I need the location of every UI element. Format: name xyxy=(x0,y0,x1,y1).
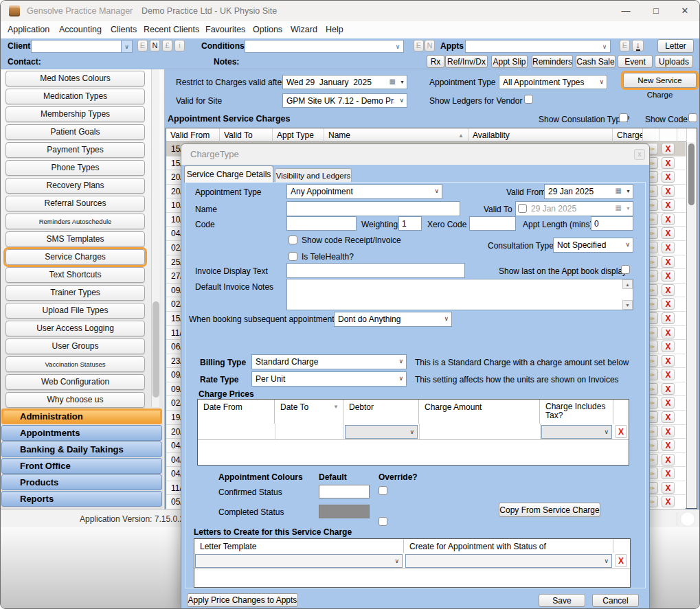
restrict-date-picker[interactable]: Wed 29 January 2025 ▦ ▼ xyxy=(282,75,407,89)
close-icon[interactable]: ✕ xyxy=(673,1,697,21)
column-header-availablity[interactable]: Availablity xyxy=(468,128,613,142)
delete-row-icon[interactable]: X xyxy=(662,468,675,479)
delete-row-icon[interactable]: X xyxy=(662,355,675,367)
table-scrollbar[interactable] xyxy=(686,142,695,508)
copy-from-service-charge-button[interactable]: Copy From Service Charge xyxy=(499,503,600,517)
appts-e-button[interactable]: E xyxy=(620,40,630,51)
download-icon[interactable]: ↓ xyxy=(632,40,644,51)
delete-row-icon[interactable]: X xyxy=(662,143,675,154)
sidebar-item-phone-types[interactable]: Phone Types xyxy=(5,160,145,176)
sidebar-section-banking-daily-takings[interactable]: Banking & Daily Takings xyxy=(1,441,162,457)
cp-includes-tax-combo[interactable]: ∨ xyxy=(541,425,612,439)
invoice-display-field[interactable] xyxy=(286,263,465,278)
sidebar-item-service-charges[interactable]: Service Charges xyxy=(5,249,145,265)
delete-row-icon[interactable]: X xyxy=(662,284,675,296)
show-ledgers-checkbox[interactable] xyxy=(524,95,533,104)
quick-n-button[interactable]: N xyxy=(150,40,160,51)
sidebar-item-web-configuration[interactable]: Web Configuration xyxy=(5,374,145,390)
dialog-title-bar[interactable]: ChargeType x xyxy=(181,144,649,165)
sidebar-item-user-access-logging[interactable]: User Access Logging xyxy=(5,321,145,336)
show-code-receipt-checkbox[interactable] xyxy=(289,235,297,244)
cash-sale-button[interactable]: Cash Sale xyxy=(576,55,616,68)
xero-code-field[interactable] xyxy=(469,216,516,231)
delete-row-icon[interactable]: X xyxy=(662,482,675,494)
minimize-icon[interactable]: — xyxy=(614,1,637,21)
menu-item-options[interactable]: Options xyxy=(253,25,282,34)
sidebar-item-why-choose-us[interactable]: Why choose us xyxy=(5,392,145,408)
delete-row-icon[interactable]: X xyxy=(662,327,675,338)
rate-type-combo[interactable]: Per Unit ∨ xyxy=(251,371,407,387)
show-code-checkbox[interactable] xyxy=(688,113,697,122)
letter-button[interactable]: Letter xyxy=(657,39,694,53)
sidebar-section-reports[interactable]: Reports xyxy=(1,491,162,507)
menu-item-application[interactable]: Application xyxy=(8,25,49,34)
valid-to-checkbox[interactable] xyxy=(518,204,527,213)
valid-to-picker[interactable]: 29 Jan 2025 ▦ ▼ xyxy=(515,201,633,216)
delete-row-icon[interactable]: X xyxy=(662,312,675,324)
quick-i-button[interactable]: i xyxy=(174,40,185,51)
column-header-appt-type[interactable]: Appt Type xyxy=(273,128,324,142)
column-header-name[interactable]: Name▲ xyxy=(324,128,468,142)
sidebar-item-membership-types[interactable]: Membership Types xyxy=(5,106,145,122)
delete-row-icon[interactable]: X xyxy=(662,411,675,423)
consultation-type-combo[interactable]: Not Specified ∨ xyxy=(553,238,633,253)
delete-row-icon[interactable]: X xyxy=(662,227,675,239)
delete-row-icon[interactable]: X xyxy=(662,157,675,169)
sidebar-section-administration[interactable]: Administration xyxy=(1,409,162,424)
sidebar-item-trainer-types[interactable]: Trainer Types xyxy=(5,285,145,301)
sort-desc-icon[interactable]: ▼ xyxy=(333,404,339,410)
weighting-field[interactable] xyxy=(398,216,422,231)
subsequent-combo[interactable]: Dont do Anything ∨ xyxy=(334,312,452,327)
delete-row-icon[interactable]: X xyxy=(662,256,675,268)
appt-slip-button[interactable]: Appt Slip xyxy=(491,55,528,68)
chevron-down-icon[interactable]: ∨ xyxy=(409,428,414,435)
appointment-type-combo[interactable]: All Appointment Types ∨ xyxy=(499,75,607,89)
sidebar-item-patient-goals[interactable]: Patient Goals xyxy=(5,124,145,140)
name-field[interactable] xyxy=(286,201,460,216)
appts-combo[interactable]: ∨ xyxy=(465,40,611,53)
chevron-down-icon[interactable]: ∨ xyxy=(399,97,404,104)
sidebar-scrollbar[interactable] xyxy=(151,69,159,407)
show-last-checkbox[interactable] xyxy=(621,265,630,274)
confirmed-colour-swatch[interactable] xyxy=(319,485,370,498)
chevron-down-icon[interactable]: ∨ xyxy=(398,358,403,365)
delete-row-icon[interactable]: X xyxy=(662,199,675,211)
sidebar-item-payment-types[interactable]: Payment Types xyxy=(5,142,145,158)
rx-button[interactable]: Rx xyxy=(427,55,444,68)
chevron-down-icon[interactable]: ∨ xyxy=(434,187,439,194)
sidebar-item-text-shortcuts[interactable]: Text Shortcuts xyxy=(5,267,145,283)
completed-colour-swatch[interactable] xyxy=(319,505,370,518)
delete-row-icon[interactable]: X xyxy=(662,341,675,352)
chevron-down-icon[interactable]: ∨ xyxy=(604,558,609,564)
new-service-charge-button[interactable]: New Service Charge xyxy=(623,73,697,88)
event-button[interactable]: Event xyxy=(618,55,653,68)
dlg-appointment-type-combo[interactable]: Any Appointment ∨ xyxy=(286,184,442,199)
sidebar-item-referral-sources[interactable]: Referral Sources xyxy=(5,196,145,211)
scroll-up-icon[interactable]: ▲ xyxy=(622,279,633,289)
conditions-combo[interactable]: ∨ xyxy=(245,40,404,53)
delete-row-icon[interactable]: X xyxy=(662,397,675,409)
sidebar-item-vaccination-statuses[interactable]: Vaccination Statuses xyxy=(5,356,145,372)
cp-debtor-combo[interactable]: ∨ xyxy=(345,425,418,439)
valid-for-site-combo[interactable]: GPM Site UK 7.12 - Demo Practi ∨ xyxy=(282,93,407,108)
letter-status-combo[interactable]: ∨ xyxy=(405,554,612,568)
sidebar-item-recovery-plans[interactable]: Recovery Plans xyxy=(5,178,145,194)
delete-row-icon[interactable]: X xyxy=(662,171,675,183)
code-field[interactable] xyxy=(286,216,357,231)
billing-type-combo[interactable]: Standard Charge ∨ xyxy=(251,354,407,369)
uploads-button[interactable]: Uploads xyxy=(655,55,693,68)
chevron-down-icon[interactable]: ▼ xyxy=(626,189,631,194)
chevron-down-icon[interactable]: ∨ xyxy=(398,375,403,382)
delete-row-icon[interactable]: X xyxy=(662,185,675,197)
show-consultation-checkbox[interactable] xyxy=(619,113,628,122)
sidebar-item-medication-types[interactable]: Medication Types xyxy=(5,89,145,104)
delete-row-icon[interactable]: X xyxy=(662,383,675,395)
appt-length-field[interactable] xyxy=(591,216,633,231)
chevron-down-icon[interactable]: ∨ xyxy=(444,315,449,322)
column-header-valid-from[interactable]: Valid From xyxy=(166,128,220,142)
sidebar-section-appointments[interactable]: Appointments xyxy=(1,425,162,441)
letter-template-combo[interactable]: ∨ xyxy=(195,554,403,568)
column-header-blank[interactable] xyxy=(659,128,677,142)
letters-delete-row-icon[interactable]: X xyxy=(615,554,627,567)
quick--button[interactable]: £ xyxy=(162,40,172,51)
